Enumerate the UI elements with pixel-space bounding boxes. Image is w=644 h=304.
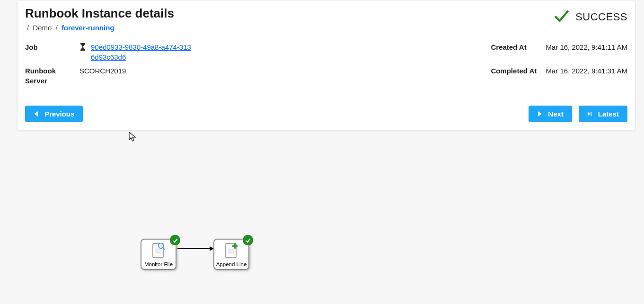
details-left: Job 90ed0933-9830-49a8-a474-3136d93c63d6… <box>25 42 193 86</box>
created-at-value: Mar 16, 2022, 9:41:11 AM <box>546 42 627 62</box>
next-button[interactable]: Next <box>529 106 572 122</box>
details-right: Created At Mar 16, 2022, 9:41:11 AM Comp… <box>491 42 627 86</box>
actions-right: Next Latest <box>529 106 627 122</box>
completed-at-value: Mar 16, 2022, 9:41:31 AM <box>546 66 627 86</box>
card-header: Runbook Instance details / Demo / foreve… <box>25 6 627 32</box>
diagram-node-label: Monitor File <box>144 261 173 268</box>
svg-rect-12 <box>234 243 236 249</box>
diagram-node-monitor-file[interactable]: Monitor File <box>141 239 176 270</box>
latest-button[interactable]: Latest <box>579 106 627 122</box>
previous-button[interactable]: Previous <box>25 106 83 122</box>
breadcrumb-sep: / <box>56 24 58 32</box>
diagram-node-append-line[interactable]: Append Line <box>213 239 249 270</box>
created-at-label: Created At <box>491 42 546 62</box>
job-id-link[interactable]: 90ed0933-9830-49a8-a474-3136d93c63d6 <box>91 42 193 62</box>
success-check-icon <box>554 8 570 26</box>
job-label: Job <box>25 42 79 62</box>
breadcrumb-item-forever-running[interactable]: forever-running <box>62 24 115 32</box>
previous-button-label: Previous <box>44 110 74 118</box>
actions-row: Previous Next Latest <box>25 106 627 122</box>
status-block: SUCCESS <box>554 6 627 26</box>
completed-at-label: Completed At <box>491 66 546 86</box>
details-card: Runbook Instance details / Demo / foreve… <box>17 0 635 130</box>
triangle-left-icon <box>34 110 39 118</box>
success-badge-icon <box>170 235 180 245</box>
breadcrumb-sep: / <box>27 24 29 32</box>
triangle-right-icon <box>537 110 542 118</box>
hourglass-icon <box>79 43 86 53</box>
page-title: Runbook Instance details <box>25 6 174 21</box>
breadcrumb-item-demo[interactable]: Demo <box>33 24 52 32</box>
svg-rect-0 <box>591 112 591 116</box>
diagram-node-label: Append Line <box>216 261 247 268</box>
mouse-cursor-icon <box>129 132 136 142</box>
diagram-arrow <box>177 248 210 249</box>
success-badge-icon <box>243 235 253 245</box>
skip-forward-icon <box>587 110 592 118</box>
job-value: 90ed0933-9830-49a8-a474-3136d93c63d6 <box>79 42 193 62</box>
latest-button-label: Latest <box>598 110 619 118</box>
runbook-server-value: SCORCH2019 <box>79 66 193 86</box>
runbook-server-label: Runbook Server <box>25 66 79 86</box>
workflow-diagram[interactable]: Monitor File Append Line <box>0 129 644 304</box>
details-row: Job 90ed0933-9830-49a8-a474-3136d93c63d6… <box>25 42 627 86</box>
title-block: Runbook Instance details / Demo / foreve… <box>25 6 174 32</box>
next-button-label: Next <box>548 110 564 118</box>
breadcrumb: / Demo / forever-running <box>25 24 174 32</box>
status-text: SUCCESS <box>575 11 627 23</box>
actions-left: Previous <box>25 106 83 122</box>
svg-point-5 <box>159 243 164 249</box>
